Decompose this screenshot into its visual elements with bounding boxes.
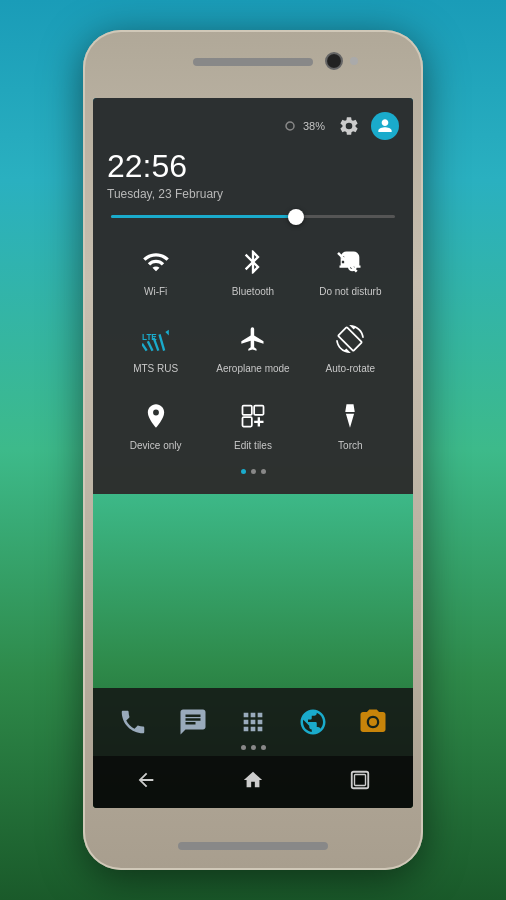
svg-rect-8 xyxy=(254,406,263,415)
tile-airplane-label: Aeroplane mode xyxy=(216,363,289,374)
dot-3[interactable] xyxy=(261,469,266,474)
settings-button[interactable] xyxy=(335,112,363,140)
tile-mts-label: MTS RUS xyxy=(133,363,178,374)
app-launcher[interactable] xyxy=(232,701,274,743)
app-phone[interactable] xyxy=(112,701,154,743)
svg-rect-9 xyxy=(242,417,251,426)
camera xyxy=(325,52,343,70)
camera-app-icon xyxy=(358,707,388,737)
svg-point-10 xyxy=(369,718,377,726)
airplane-icon xyxy=(235,321,271,357)
location-icon xyxy=(138,398,174,434)
tile-mts[interactable]: LTE MTS RUS xyxy=(107,309,204,386)
tile-dnd-label: Do not disturb xyxy=(319,286,381,297)
slider-thumb[interactable] xyxy=(288,209,304,225)
gear-icon xyxy=(338,115,360,137)
autorotate-icon xyxy=(332,321,368,357)
panel-top-row: 38% xyxy=(107,112,399,140)
tile-location[interactable]: Device only xyxy=(107,386,204,463)
recents-button[interactable] xyxy=(341,761,379,804)
app-camera[interactable] xyxy=(352,701,394,743)
torch-icon xyxy=(332,398,368,434)
tile-wifi-label: Wi-Fi xyxy=(144,286,167,297)
speaker-bottom xyxy=(178,842,328,850)
time-display: 22:56 xyxy=(107,148,399,185)
svg-line-4 xyxy=(147,341,152,350)
phone-app-icon xyxy=(118,707,148,737)
user-button[interactable] xyxy=(371,112,399,140)
tile-bluetooth-label: Bluetooth xyxy=(232,286,274,297)
back-icon xyxy=(135,769,157,791)
battery-percent: 38% xyxy=(303,120,325,132)
lte-icon: LTE xyxy=(138,321,174,357)
tile-edittiles-label: Edit tiles xyxy=(234,440,272,451)
browser-app-icon xyxy=(298,707,328,737)
svg-point-0 xyxy=(283,119,297,133)
app-browser[interactable] xyxy=(292,701,334,743)
screen-content: 38% 22:56 Tuesday, 23 Februa xyxy=(93,98,413,808)
launcher-icon xyxy=(239,708,267,736)
navigation-bar xyxy=(93,756,413,808)
tile-edittiles[interactable]: Edit tiles xyxy=(204,386,301,463)
tile-wifi[interactable]: Wi-Fi xyxy=(107,232,204,309)
tile-bluetooth[interactable]: Bluetooth xyxy=(204,232,301,309)
tile-torch-label: Torch xyxy=(338,440,362,451)
screen-dot-2[interactable] xyxy=(251,745,256,750)
svg-rect-7 xyxy=(242,406,251,415)
tile-dnd[interactable]: Do not disturb xyxy=(302,232,399,309)
messages-app-icon xyxy=(178,707,208,737)
svg-line-3 xyxy=(142,344,147,351)
battery-indicator: 38% xyxy=(281,117,325,135)
date-display: Tuesday, 23 February xyxy=(107,187,399,201)
slider-fill xyxy=(111,215,296,218)
page-dots-1 xyxy=(107,469,399,474)
flash-dot xyxy=(350,57,358,65)
notification-panel: 38% 22:56 Tuesday, 23 Februa xyxy=(93,98,413,494)
edittiles-icon xyxy=(235,398,271,434)
bluetooth-icon xyxy=(235,244,271,280)
slider-track[interactable] xyxy=(111,215,395,218)
screen-dot-3[interactable] xyxy=(261,745,266,750)
tile-airplane[interactable]: Aeroplane mode xyxy=(204,309,301,386)
home-button[interactable] xyxy=(234,761,272,804)
phone-frame: 38% 22:56 Tuesday, 23 Februa xyxy=(83,30,423,870)
back-button[interactable] xyxy=(127,761,165,804)
svg-rect-12 xyxy=(354,774,365,785)
svg-line-6 xyxy=(159,334,164,350)
dot-1[interactable] xyxy=(241,469,246,474)
tile-location-label: Device only xyxy=(130,440,182,451)
brightness-slider-row[interactable] xyxy=(107,215,399,218)
dot-2[interactable] xyxy=(251,469,256,474)
dnd-icon xyxy=(332,244,368,280)
tile-torch[interactable]: Torch xyxy=(302,386,399,463)
phone-screen: 38% 22:56 Tuesday, 23 Februa xyxy=(93,98,413,808)
wifi-icon xyxy=(138,244,174,280)
battery-icon xyxy=(281,117,299,135)
recents-icon xyxy=(349,769,371,791)
screen-dot-1[interactable] xyxy=(241,745,246,750)
svg-point-1 xyxy=(286,122,294,130)
speaker-top xyxy=(193,58,313,66)
tile-autorotate-label: Auto-rotate xyxy=(326,363,375,374)
tile-autorotate[interactable]: Auto-rotate xyxy=(302,309,399,386)
home-icon xyxy=(242,769,264,791)
user-icon xyxy=(377,118,393,134)
quick-tiles-grid: Wi-Fi Bluetooth xyxy=(107,232,399,463)
app-messages[interactable] xyxy=(172,701,214,743)
screen-dots xyxy=(93,745,413,750)
